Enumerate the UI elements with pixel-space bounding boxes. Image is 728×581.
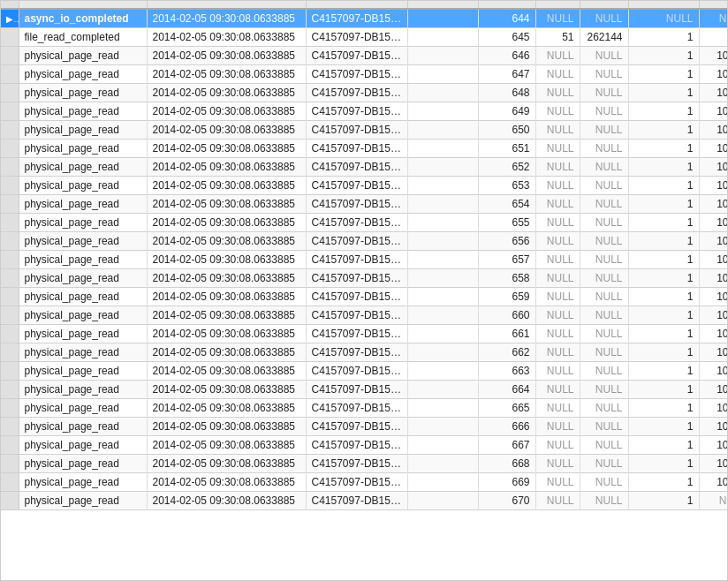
row-indicator — [1, 121, 19, 140]
cell-name: physical_page_read — [19, 214, 147, 232]
col-header-attach2[interactable] — [407, 1, 478, 9]
table-row[interactable]: physical_page_read2014-02-05 09:30:08.06… — [1, 418, 728, 436]
cell-dbid: 1 — [628, 269, 699, 288]
table-row[interactable]: physical_page_read2014-02-05 09:30:08.06… — [1, 65, 728, 84]
table-row[interactable]: physical_page_read2014-02-05 09:30:08.06… — [1, 288, 728, 306]
table-row[interactable]: physical_page_read2014-02-05 09:30:08.06… — [1, 362, 728, 381]
cell-name: physical_page_read — [19, 177, 147, 195]
col-header-duration[interactable] — [478, 1, 535, 9]
cell-duration: 660 — [478, 306, 535, 325]
cell-dbid: 1 — [628, 28, 699, 47]
cell-size: NULL — [535, 251, 580, 269]
row-indicator — [1, 399, 19, 418]
table-row[interactable]: physical_page_read2014-02-05 09:30:08.06… — [1, 232, 728, 251]
cell-attach1: C4157097-DB15-... — [306, 9, 407, 28]
cell-name: physical_page_read — [19, 381, 147, 399]
table-row[interactable]: physical_page_read2014-02-05 09:30:08.06… — [1, 306, 728, 325]
cell-attach1: C4157097-DB15-... — [306, 362, 407, 381]
cell-attach2 — [407, 381, 478, 399]
cell-attach1: C4157097-DB15-... — [306, 47, 407, 65]
cell-dbid: 1 — [628, 288, 699, 306]
cell-name: file_read_completed — [19, 28, 147, 47]
cell-attach1: C4157097-DB15-... — [306, 65, 407, 84]
table-row[interactable]: file_read_completed2014-02-05 09:30:08.0… — [1, 28, 728, 47]
cell-pageid: 10688 — [699, 343, 728, 362]
table-row[interactable]: physical_page_read2014-02-05 09:30:08.06… — [1, 436, 728, 455]
cell-pageid: 10695 — [699, 473, 728, 492]
cell-attach1: C4157097-DB15-... — [306, 306, 407, 325]
cell-fileid: NULL — [580, 102, 628, 121]
cell-duration: 653 — [478, 177, 535, 195]
col-header-timestamp[interactable] — [147, 1, 306, 9]
cell-pageid: 10680 — [699, 195, 728, 214]
table-row[interactable]: physical_page_read2014-02-05 09:30:08.06… — [1, 84, 728, 102]
table-row[interactable]: physical_page_read2014-02-05 09:30:08.06… — [1, 177, 728, 195]
row-indicator — [1, 418, 19, 436]
cell-timestamp: 2014-02-05 09:30:08.0633885 — [147, 28, 306, 47]
cell-attach1: C4157097-DB15-... — [306, 269, 407, 288]
cell-name: physical_page_read — [19, 121, 147, 140]
cell-pageid: 10693 — [699, 436, 728, 455]
cell-size: NULL — [535, 232, 580, 251]
table-row[interactable]: physical_page_read2014-02-05 09:30:08.06… — [1, 121, 728, 140]
cell-attach2 — [407, 492, 478, 510]
cell-name: physical_page_read — [19, 492, 147, 510]
table-row[interactable]: ▶async_io_completed2014-02-05 09:30:08.0… — [1, 9, 728, 28]
row-indicator — [1, 325, 19, 343]
table-row[interactable]: physical_page_read2014-02-05 09:30:08.06… — [1, 455, 728, 473]
col-header-name[interactable] — [19, 1, 147, 9]
table-row[interactable]: physical_page_read2014-02-05 09:30:08.06… — [1, 158, 728, 177]
results-table: ▶async_io_completed2014-02-05 09:30:08.0… — [1, 1, 728, 510]
table-row[interactable]: physical_page_read2014-02-05 09:30:08.06… — [1, 399, 728, 418]
cell-duration: 655 — [478, 214, 535, 232]
table-row[interactable]: physical_page_read2014-02-05 09:30:08.06… — [1, 269, 728, 288]
cell-name: physical_page_read — [19, 195, 147, 214]
cell-pageid: 10678 — [699, 158, 728, 177]
row-indicator — [1, 65, 19, 84]
cell-attach2 — [407, 214, 478, 232]
cell-timestamp: 2014-02-05 09:30:08.0633885 — [147, 84, 306, 102]
cell-size: NULL — [535, 140, 580, 158]
cell-pageid: 10681 — [699, 214, 728, 232]
col-header-dbid[interactable] — [628, 1, 699, 9]
table-row[interactable]: physical_page_read2014-02-05 09:30:08.06… — [1, 251, 728, 269]
cell-timestamp: 2014-02-05 09:30:08.0633885 — [147, 177, 306, 195]
row-indicator — [1, 381, 19, 399]
cell-timestamp: 2014-02-05 09:30:08.0633885 — [147, 325, 306, 343]
table-row[interactable]: physical_page_read2014-02-05 09:30:08.06… — [1, 195, 728, 214]
col-header-pageid[interactable] — [699, 1, 728, 9]
table-row[interactable]: physical_page_read2014-02-05 09:30:08.06… — [1, 492, 728, 510]
table-row[interactable]: physical_page_read2014-02-05 09:30:08.06… — [1, 102, 728, 121]
cell-size: NULL — [535, 418, 580, 436]
table-row[interactable]: physical_page_read2014-02-05 09:30:08.06… — [1, 140, 728, 158]
table-row[interactable]: physical_page_read2014-02-05 09:30:08.06… — [1, 343, 728, 362]
cell-attach2 — [407, 158, 478, 177]
cell-pageid: 10673 — [699, 65, 728, 84]
cell-dbid: 1 — [628, 306, 699, 325]
cell-attach1: C4157097-DB15-... — [306, 232, 407, 251]
table-row[interactable]: physical_page_read2014-02-05 09:30:08.06… — [1, 325, 728, 343]
table-row[interactable]: physical_page_read2014-02-05 09:30:08.06… — [1, 214, 728, 232]
cell-fileid: NULL — [580, 473, 628, 492]
table-row[interactable]: physical_page_read2014-02-05 09:30:08.06… — [1, 381, 728, 399]
col-header-size[interactable] — [535, 1, 580, 9]
table-row[interactable]: physical_page_read2014-02-05 09:30:08.06… — [1, 473, 728, 492]
row-indicator — [1, 102, 19, 121]
row-indicator — [1, 195, 19, 214]
col-header-fileid[interactable] — [580, 1, 628, 9]
cell-pageid: 10694 — [699, 455, 728, 473]
cell-attach1: C4157097-DB15-... — [306, 288, 407, 306]
cell-timestamp: 2014-02-05 09:30:08.0633885 — [147, 214, 306, 232]
cell-duration: 669 — [478, 473, 535, 492]
data-grid[interactable]: ▶async_io_completed2014-02-05 09:30:08.0… — [0, 0, 728, 581]
col-header-attach1[interactable] — [306, 1, 407, 9]
cell-attach1: C4157097-DB15-... — [306, 158, 407, 177]
cell-size: NULL — [535, 177, 580, 195]
table-row[interactable]: physical_page_read2014-02-05 09:30:08.06… — [1, 47, 728, 65]
cell-duration: 649 — [478, 102, 535, 121]
cell-attach2 — [407, 288, 478, 306]
cell-dbid: 1 — [628, 177, 699, 195]
cell-size: NULL — [535, 158, 580, 177]
cell-dbid: 1 — [628, 436, 699, 455]
cell-dbid: 1 — [628, 325, 699, 343]
